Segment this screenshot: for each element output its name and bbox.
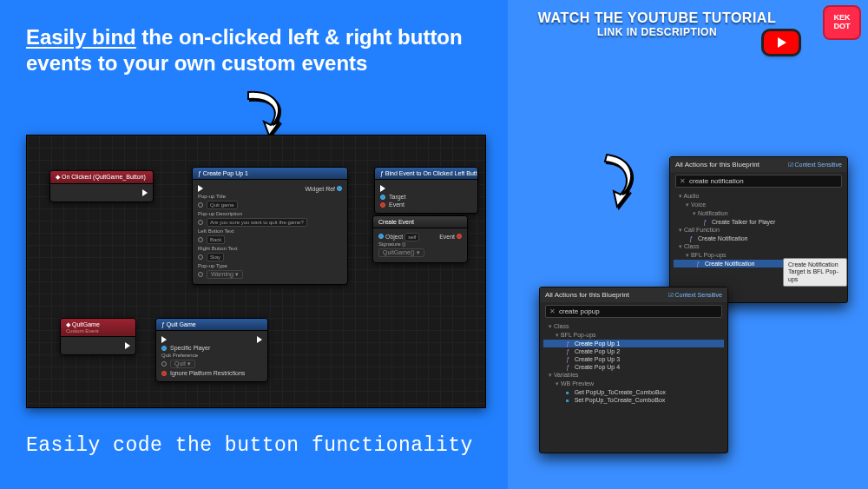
input-pin-icon[interactable]: [198, 254, 203, 260]
footer-caption: Easily code the button functionality: [26, 434, 473, 457]
category-wb-preview[interactable]: WB Preview: [543, 380, 724, 388]
node-bind-event[interactable]: ƒ Bind Event to On Clicked Left Button T…: [374, 167, 478, 214]
node-header: ◆ QuitGameCustom Event: [61, 319, 135, 337]
search-input[interactable]: ✕create popup: [545, 305, 722, 318]
right-button-input[interactable]: Stay: [207, 253, 224, 261]
tooltip: Create Notification Target is BFL Pop-up…: [783, 258, 847, 287]
menu-item[interactable]: Create Talker for Player: [674, 218, 844, 226]
exec-pin-icon[interactable]: [198, 185, 203, 192]
exec-pin-icon[interactable]: [257, 336, 262, 343]
context-sensitive-checkbox[interactable]: ☑ Context Sensitive: [788, 162, 842, 169]
search-input[interactable]: ✕create notification: [675, 175, 842, 188]
menu-item[interactable]: Create Pop Up 2: [543, 347, 724, 355]
context-sensitive-checkbox[interactable]: ☑ Context Sensitive: [668, 292, 722, 299]
node-create-popup[interactable]: ƒ Create Pop Up 1 Widget Ref Pop-up Titl…: [192, 167, 348, 285]
context-menu-notification[interactable]: All Actions for this Blueprint☑ Context …: [669, 156, 848, 303]
popup-desc-input[interactable]: Are you sure you want to quit the game?: [207, 218, 307, 227]
popup-type-dropdown[interactable]: Warning ▾: [207, 270, 243, 279]
category-notification[interactable]: Notification: [674, 209, 844, 218]
node-on-clicked[interactable]: ◆ On Clicked (QuitGame_Button): [49, 170, 154, 202]
input-pin-icon[interactable]: [198, 202, 203, 208]
quit-pref-dropdown[interactable]: Quit ▾: [170, 360, 195, 368]
object-pin-icon[interactable]: [378, 234, 384, 239]
exec-pin-icon[interactable]: [142, 189, 148, 196]
category-variables[interactable]: Variables: [543, 371, 724, 380]
input-pin-icon[interactable]: [161, 361, 167, 367]
kekdot-logo: KEKDOT: [823, 5, 861, 40]
target-pin-icon[interactable]: [380, 195, 385, 200]
menu-item-variable[interactable]: Get PopUp_ToCreate_ComboBox: [543, 388, 724, 396]
bool-pin-icon[interactable]: [161, 371, 167, 376]
input-pin-icon[interactable]: [198, 220, 203, 225]
menu-item-variable[interactable]: Set PopUp_ToCreate_ComboBox: [543, 396, 724, 404]
heading-left: Easily bind the on-clicked left & right …: [26, 24, 508, 76]
signature-dropdown[interactable]: QuitGame() ▾: [378, 248, 424, 257]
menu-item[interactable]: Create Pop Up 4: [543, 363, 724, 371]
youtube-icon[interactable]: [764, 31, 799, 54]
node-header: ◆ On Clicked (QuitGame_Button): [50, 171, 153, 184]
node-header: ƒ Bind Event to On Clicked Left Button: [375, 168, 477, 180]
node-header: Create Event: [373, 216, 467, 228]
clear-search-icon[interactable]: ✕: [680, 177, 686, 185]
clear-search-icon[interactable]: ✕: [549, 307, 556, 315]
heading-underlined: Easily bind: [26, 25, 136, 49]
category-audio[interactable]: Audio: [674, 192, 844, 201]
node-header: ƒ Create Pop Up 1: [193, 168, 347, 180]
category-bfl-popups[interactable]: BFL Pop-ups: [543, 331, 724, 340]
category-voice[interactable]: Voice: [674, 201, 844, 209]
category-call-function[interactable]: Call Function: [674, 226, 844, 235]
context-menu-popup[interactable]: All Actions for this Blueprint☑ Context …: [539, 287, 728, 453]
event-pin-icon[interactable]: [457, 234, 462, 239]
exec-pin-icon[interactable]: [161, 336, 167, 343]
input-pin-icon[interactable]: [198, 272, 203, 277]
player-pin-icon[interactable]: [161, 346, 167, 351]
input-pin-icon[interactable]: [198, 237, 203, 242]
menu-item-selected[interactable]: Create Pop Up 1: [543, 340, 724, 347]
left-button-input[interactable]: Back: [207, 235, 225, 244]
menu-item[interactable]: Create Notification: [674, 235, 844, 242]
popup-header: All Actions for this Blueprint: [545, 291, 629, 299]
popup-header: All Actions for this Blueprint: [675, 161, 760, 169]
widget-pin-icon[interactable]: [337, 186, 342, 191]
menu-item[interactable]: Create Pop Up 3: [543, 355, 724, 363]
exec-pin-icon[interactable]: [380, 185, 385, 192]
node-quit-game-fn[interactable]: ƒ Quit Game Specific Player Quit Prefere…: [155, 318, 268, 382]
node-header: ƒ Quit Game: [156, 319, 267, 331]
exec-pin-icon[interactable]: [125, 342, 130, 349]
blueprint-canvas-top[interactable]: ◆ On Clicked (QuitGame_Button) ƒ Create …: [26, 135, 486, 408]
event-pin-icon[interactable]: [380, 202, 385, 208]
popup-title-input[interactable]: Quit game: [207, 201, 238, 209]
node-create-event[interactable]: Create Event Object selfEvent Signature …: [372, 215, 468, 263]
node-quitgame-event[interactable]: ◆ QuitGameCustom Event: [60, 318, 136, 355]
watch-youtube-banner: WATCH THE YOUTUBE TUTORIAL LINK IN DESCR…: [531, 10, 783, 38]
category-class[interactable]: Class: [674, 242, 844, 251]
category-class[interactable]: Class: [543, 322, 724, 331]
curved-arrow-icon: [595, 149, 643, 214]
